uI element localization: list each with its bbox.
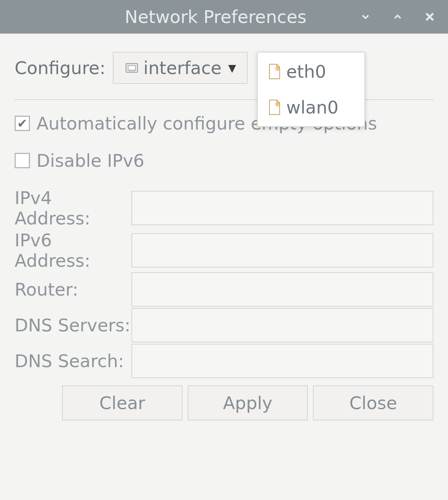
configure-label: Configure: [15, 58, 106, 78]
ipv4-row: IPv4 Address: [15, 188, 433, 228]
minimize-button[interactable] [358, 9, 373, 24]
titlebar-controls [358, 9, 437, 24]
router-label: Router: [15, 279, 131, 300]
window-title: Network Preferences [11, 7, 358, 27]
file-icon [268, 64, 281, 80]
interface-option-wlan0[interactable]: wlan0 [260, 91, 362, 124]
interface-dropdown[interactable]: interface ▼ [113, 52, 248, 84]
button-row: Clear Apply Close [62, 385, 433, 420]
svg-point-6 [275, 102, 280, 107]
dns-search-row: DNS Search: [15, 344, 433, 378]
auto-configure-row: Automatically configure empty options [15, 113, 433, 134]
dns-servers-input[interactable] [131, 308, 433, 342]
titlebar: Network Preferences [0, 0, 448, 34]
interface-option-label: wlan0 [286, 97, 338, 118]
disable-ipv6-checkbox[interactable] [15, 153, 30, 168]
ipv4-label: IPv4 Address: [15, 188, 131, 228]
auto-configure-checkbox[interactable] [15, 116, 30, 131]
router-input[interactable] [131, 272, 433, 307]
configure-row: Configure: interface ▼ [15, 52, 433, 84]
disable-ipv6-label: Disable IPv6 [37, 150, 144, 171]
interface-option-label: eth0 [286, 61, 326, 82]
ethernet-icon [125, 61, 139, 75]
ipv6-input[interactable] [131, 233, 433, 268]
divider [15, 99, 433, 100]
interface-dropdown-menu: eth0 wlan0 [257, 52, 365, 127]
dns-servers-label: DNS Servers: [15, 315, 131, 335]
ipv6-label: IPv6 Address: [15, 230, 131, 271]
dns-search-input[interactable] [131, 344, 433, 378]
svg-rect-1 [128, 66, 135, 70]
form-fields: IPv4 Address: IPv6 Address: Router: DNS … [15, 188, 433, 378]
apply-button[interactable]: Apply [188, 385, 308, 420]
disable-ipv6-row: Disable IPv6 [15, 150, 433, 171]
ipv4-input[interactable] [131, 191, 433, 225]
interface-option-eth0[interactable]: eth0 [260, 55, 362, 88]
maximize-button[interactable] [390, 9, 405, 24]
interface-dropdown-label: interface [143, 58, 222, 78]
close-dialog-button[interactable]: Close [313, 385, 433, 420]
ipv6-row: IPv6 Address: [15, 230, 433, 271]
dns-servers-row: DNS Servers: [15, 308, 433, 342]
clear-button[interactable]: Clear [62, 385, 183, 420]
file-icon [268, 99, 281, 115]
chevron-down-icon: ▼ [228, 62, 236, 74]
svg-point-5 [275, 66, 280, 71]
close-button[interactable] [422, 9, 437, 24]
router-row: Router: [15, 272, 433, 307]
dialog-content: Configure: interface ▼ [0, 34, 448, 431]
dns-search-label: DNS Search: [15, 351, 131, 371]
